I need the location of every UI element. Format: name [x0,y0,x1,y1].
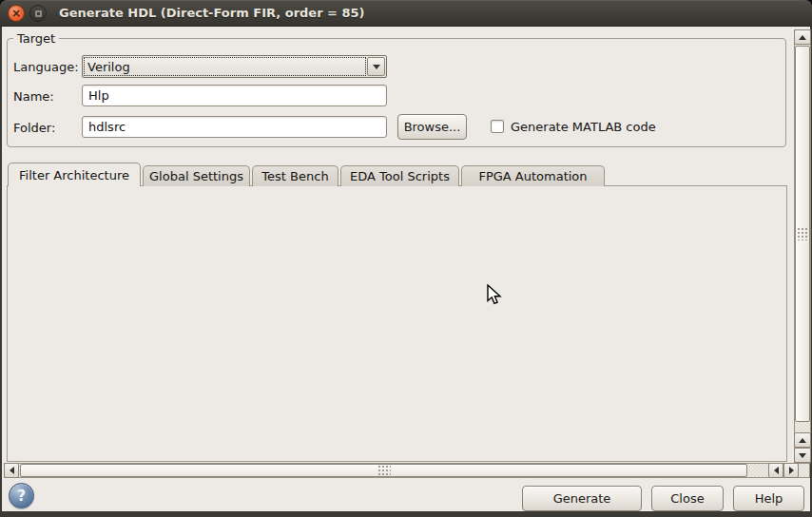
language-select[interactable]: Verilog [82,55,387,78]
language-label: Language: [13,60,79,75]
tab-test-bench[interactable]: Test Bench [252,165,338,186]
name-input[interactable] [82,85,387,106]
arrow-up-icon [799,438,806,443]
tab-fpga-automation[interactable]: FPGA Automation [461,165,605,186]
arrow-right-icon [789,467,794,474]
chevron-down-icon [373,65,380,69]
tab-panel [7,185,787,462]
generate-matlab-label[interactable]: Generate MATLAB code [511,120,656,135]
tab-global-settings[interactable]: Global Settings [143,165,250,186]
arrow-up-icon [799,35,806,40]
arrow-down-icon [799,453,806,458]
language-value: Verilog [87,56,130,77]
restore-icon [35,10,42,17]
generate-button[interactable]: Generate [522,486,642,511]
scroll-up-button[interactable] [794,29,811,45]
titlebar[interactable]: × Generate HDL (Direct-Form FIR, order =… [0,0,812,27]
tab-filter-architecture[interactable]: Filter Architecture [8,163,141,186]
generate-hdl-dialog: × Generate HDL (Direct-Form FIR, order =… [0,0,812,517]
help-button[interactable]: Help [733,486,804,511]
generate-matlab-checkbox[interactable] [491,120,504,133]
close-button[interactable]: × [8,5,25,22]
scroll-left-button-2[interactable] [768,463,783,478]
browse-button[interactable]: Browse... [397,114,467,140]
scroll-down-button[interactable] [794,448,811,463]
window-title: Generate HDL (Direct-Form FIR, order = 8… [59,0,365,27]
help-icon[interactable]: ? [9,483,34,508]
folder-input[interactable] [82,116,387,138]
target-legend: Target [13,31,59,46]
vertical-scrollbar-thumb[interactable] [795,46,810,422]
arrow-left-icon [10,467,14,474]
close-dialog-button[interactable]: Close [651,486,724,511]
restore-button[interactable] [29,5,47,22]
name-label: Name: [13,89,54,105]
horizontal-scrollbar-thumb[interactable] [20,464,747,477]
close-icon: × [11,8,21,19]
mouse-cursor-icon [487,284,505,306]
thumb-grip [797,227,808,240]
scroll-up-button-2[interactable] [794,432,811,448]
thumb-grip [377,465,391,476]
scroll-right-button[interactable] [783,463,799,478]
scroll-left-button[interactable] [4,463,19,478]
question-mark: ? [17,488,26,505]
tab-eda-tool-scripts[interactable]: EDA Tool Scripts [340,165,459,186]
arrow-left-icon [774,467,779,474]
language-dropdown-button[interactable] [367,57,385,76]
folder-label: Folder: [13,121,55,136]
